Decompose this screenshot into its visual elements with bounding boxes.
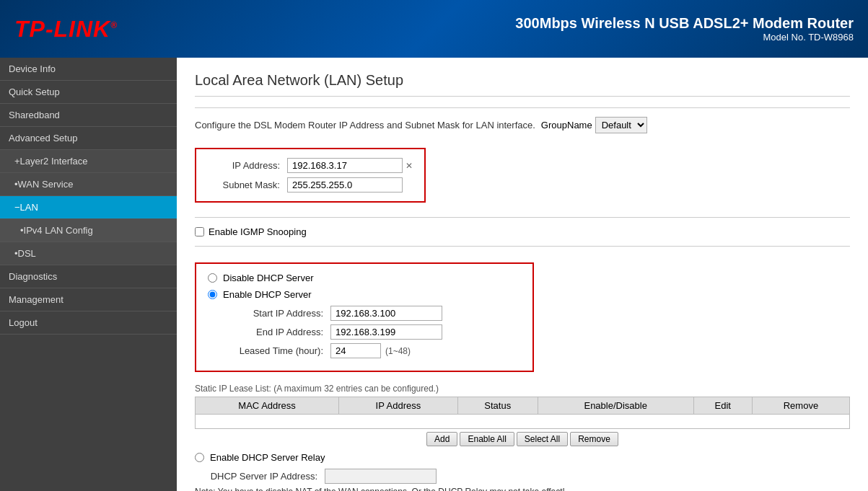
- igmp-row: Enable IGMP Snooping: [195, 226, 850, 237]
- page-title: Local Area Network (LAN) Setup: [195, 72, 850, 97]
- sidebar-item-dsl[interactable]: •DSL: [0, 242, 177, 265]
- relay-ip-input[interactable]: [325, 469, 437, 484]
- sidebar-item-logout[interactable]: Logout: [0, 311, 177, 335]
- subnet-mask-label: Subnet Mask:: [208, 180, 287, 190]
- sidebar-item-layer2-interface[interactable]: +Layer2 Interface: [0, 150, 177, 173]
- header-right: 300Mbps Wireless N USB ADSL2+ Modem Rout…: [515, 15, 854, 43]
- enable-relay-radio[interactable]: [195, 453, 204, 462]
- sidebar-item-device-info[interactable]: Device Info: [0, 58, 177, 81]
- enable-relay-label: Enable DHCP Server Relay: [210, 452, 325, 463]
- header: TP-LINK® 300Mbps Wireless N USB ADSL2+ M…: [0, 0, 868, 58]
- start-ip-row: Start IP Address:: [208, 306, 521, 321]
- sidebar: Device Info Quick Setup Sharedband Advan…: [0, 58, 177, 491]
- sidebar-item-quick-setup[interactable]: Quick Setup: [0, 81, 177, 104]
- igmp-label: Enable IGMP Snooping: [209, 226, 307, 237]
- enable-dhcp-option: Enable DHCP Server: [208, 289, 521, 300]
- sidebar-item-lan[interactable]: −LAN: [0, 196, 177, 219]
- ip-address-row: IP Address: ✕: [208, 158, 413, 173]
- end-ip-label: End IP Address:: [222, 327, 330, 337]
- sidebar-item-management[interactable]: Management: [0, 288, 177, 311]
- logo: TP-LINK®: [14, 16, 118, 43]
- enable-all-button[interactable]: Enable All: [460, 432, 514, 446]
- col-edit: Edit: [693, 397, 752, 415]
- enable-relay-row: Enable DHCP Server Relay: [195, 452, 850, 463]
- sidebar-item-wan-service[interactable]: •WAN Service: [0, 173, 177, 196]
- sidebar-item-diagnostics[interactable]: Diagnostics: [0, 265, 177, 288]
- model-num: Model No. TD-W8968: [515, 32, 854, 43]
- table-row-empty: [196, 415, 850, 429]
- divider-3: [195, 246, 850, 247]
- disable-dhcp-radio[interactable]: [208, 273, 217, 283]
- sidebar-item-sharedband[interactable]: Sharedband: [0, 104, 177, 127]
- select-all-button[interactable]: Select All: [517, 432, 568, 446]
- disable-dhcp-label: Disable DHCP Server: [223, 273, 313, 283]
- config-text: Configure the DSL Modem Router IP Addres…: [195, 120, 535, 131]
- end-ip-row: End IP Address:: [208, 324, 521, 340]
- ip-address-label: IP Address:: [208, 160, 287, 171]
- config-row: Configure the DSL Modem Router IP Addres…: [195, 117, 850, 133]
- sidebar-item-advanced-setup[interactable]: Advanced Setup: [0, 127, 177, 150]
- logo-trademark: ®: [110, 20, 118, 30]
- disable-dhcp-option: Disable DHCP Server: [208, 273, 521, 283]
- col-enable-disable: Enable/Disable: [538, 397, 693, 415]
- relay-ip-label: DHCP Server IP Address:: [209, 471, 325, 482]
- leased-time-note: (1~48): [385, 346, 411, 356]
- ip-clear-icon[interactable]: ✕: [405, 161, 413, 171]
- group-name-select[interactable]: Default: [595, 117, 647, 133]
- end-ip-input[interactable]: [330, 324, 442, 340]
- leased-time-label: Leased Time (hour):: [222, 345, 330, 356]
- col-mac: MAC Address: [196, 397, 339, 415]
- leased-time-input[interactable]: [330, 343, 381, 358]
- relay-ip-row: DHCP Server IP Address:: [209, 469, 850, 484]
- sidebar-item-ipv4-lan-config[interactable]: •IPv4 LAN Config: [0, 219, 177, 242]
- dhcp-box: Disable DHCP Server Enable DHCP Server S…: [195, 262, 534, 372]
- remove-button[interactable]: Remove: [570, 432, 618, 446]
- table-buttons: Add Enable All Select All Remove: [195, 432, 850, 446]
- group-name-label: GroupName: [541, 120, 592, 131]
- start-ip-label: Start IP Address:: [222, 308, 330, 319]
- content-area: Local Area Network (LAN) Setup Configure…: [177, 58, 868, 491]
- model-title: 300Mbps Wireless N USB ADSL2+ Modem Rout…: [515, 15, 854, 32]
- divider-2: [195, 217, 850, 218]
- divider-1: [195, 107, 850, 108]
- subnet-mask-row: Subnet Mask:: [208, 177, 413, 193]
- enable-dhcp-radio[interactable]: [208, 290, 217, 299]
- ip-address-input[interactable]: [287, 158, 403, 173]
- col-status: Status: [457, 397, 538, 415]
- static-ip-note: Static IP Lease List: (A maximum 32 entr…: [195, 384, 850, 394]
- add-button[interactable]: Add: [426, 432, 457, 446]
- logo-text: TP-LINK: [14, 16, 110, 42]
- subnet-mask-input[interactable]: [287, 177, 403, 193]
- relay-note: Note: You have to disable NAT of the WAN…: [195, 487, 850, 491]
- col-remove: Remove: [752, 397, 849, 415]
- igmp-checkbox[interactable]: [195, 227, 204, 236]
- enable-dhcp-label: Enable DHCP Server: [223, 289, 312, 300]
- lease-table: MAC Address IP Address Status Enable/Dis…: [195, 397, 850, 429]
- leased-time-row: Leased Time (hour): (1~48): [208, 343, 521, 358]
- main-layout: Device Info Quick Setup Sharedband Advan…: [0, 58, 868, 491]
- col-ip: IP Address: [339, 397, 457, 415]
- ip-subnet-box: IP Address: ✕ Subnet Mask:: [195, 148, 426, 203]
- start-ip-input[interactable]: [330, 306, 442, 321]
